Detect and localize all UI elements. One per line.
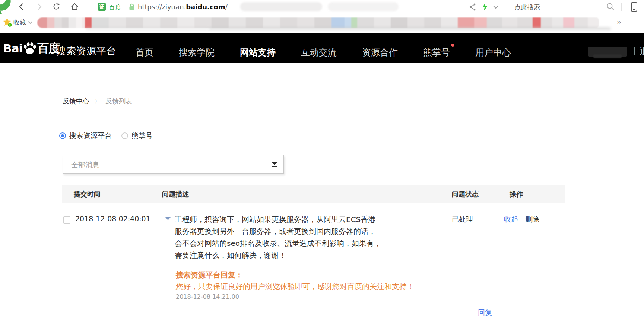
lightning-icon[interactable] (482, 3, 488, 11)
bookmark-item-redacted[interactable] (263, 17, 280, 28)
column-header-操作: 操作 (510, 190, 523, 199)
reply-link[interactable]: 回复 (478, 308, 492, 318)
bookmark-item-redacted[interactable] (487, 17, 502, 28)
forward-icon[interactable] (35, 3, 43, 11)
bookmark-item-redacted[interactable] (391, 17, 407, 28)
nav-item-资源合作[interactable]: 资源合作 (362, 46, 398, 58)
bookmark-item-redacted[interactable] (441, 17, 458, 28)
bookmark-item-redacted[interactable] (314, 17, 331, 28)
nav-item-熊掌号[interactable]: 熊掌号 (423, 46, 450, 58)
bookmark-item-redacted[interactable] (143, 17, 160, 28)
search-input[interactable]: 点此搜索 (515, 3, 540, 12)
bookmark-item-redacted[interactable] (351, 17, 357, 28)
column-header-问题状态: 问题状态 (452, 190, 479, 199)
bookmark-item-redacted[interactable] (85, 17, 92, 28)
nav-item-搜索学院[interactable]: 搜索学院 (179, 46, 215, 58)
bookmark-item-redacted[interactable] (194, 17, 212, 28)
home-icon[interactable] (70, 2, 79, 11)
bookmark-item-redacted[interactable] (331, 17, 345, 28)
blur-smudge (209, 27, 611, 30)
breadcrumb-current: 反馈列表 (105, 97, 132, 106)
radio-selected-icon[interactable] (59, 132, 66, 139)
logout-partial-text[interactable]: 退 (640, 45, 644, 57)
radio-option-搜索资源平台[interactable]: 搜索资源平台 (59, 131, 112, 141)
bookmark-item-redacted[interactable] (552, 17, 563, 28)
bookmark-item-redacted[interactable] (357, 17, 374, 28)
bookmark-item-redacted[interactable] (160, 17, 177, 28)
bookmark-item-redacted[interactable] (533, 17, 541, 28)
bookmarks-overflow-chevron[interactable]: » (617, 18, 621, 26)
refresh-icon[interactable] (53, 3, 61, 11)
site-cert-badge[interactable]: 证 (98, 3, 106, 11)
bookmark-item-redacted[interactable] (517, 17, 533, 28)
collapse-link[interactable]: 收起 (504, 215, 518, 224)
bookmark-item-redacted[interactable] (37, 17, 47, 28)
question-text: 工程师，想咨询下，网站如果更换服务器，从阿里云ECS香港服务器更换到另外一台服务… (175, 214, 398, 261)
radio-option-熊掌号[interactable]: 熊掌号 (121, 131, 153, 141)
bookmark-item-redacted[interactable] (229, 17, 246, 28)
bookmark-item-redacted[interactable] (424, 17, 441, 28)
question-line: 会不会对网站的seo排名及收录、流量造成不利影响，如果有， (175, 237, 398, 249)
share-icon[interactable] (469, 3, 476, 11)
toolbar-separator (505, 3, 505, 11)
platform-radio-group: 搜索资源平台熊掌号 (59, 131, 153, 141)
address-bar[interactable]: https://ziyuan.baidu.com/ (138, 3, 228, 11)
breadcrumb-separator: 〉 (95, 98, 100, 105)
radio-label: 熊掌号 (131, 131, 153, 141)
message-filter-dropdown[interactable]: 全部消息 (63, 155, 284, 174)
logo-text-latin: Bai (3, 42, 22, 55)
bookmark-item-redacted[interactable] (458, 17, 474, 28)
notification-dot (451, 44, 454, 47)
bookmark-item-redacted[interactable] (212, 17, 229, 28)
url-path: / (225, 3, 228, 11)
favorites-chevron-icon[interactable] (28, 21, 34, 25)
collapse-caret-icon[interactable] (165, 217, 171, 220)
favorites-button[interactable]: 收藏 (13, 18, 26, 27)
bookmark-item-redacted[interactable] (474, 17, 487, 28)
bookmark-item-redacted[interactable] (374, 17, 391, 28)
bookmark-item-redacted[interactable] (297, 17, 314, 28)
reply-divider (175, 266, 565, 266)
bookmark-item-redacted[interactable] (69, 17, 76, 28)
bookmark-item-redacted[interactable] (541, 17, 552, 28)
bookmark-item-redacted[interactable] (62, 17, 69, 28)
lock-icon[interactable] (128, 3, 136, 11)
bookmark-item-redacted[interactable] (574, 17, 588, 28)
url-domain: baidu.com (186, 3, 225, 11)
bookmarks-strip-redacted[interactable] (37, 17, 599, 28)
favorites-star-icon[interactable] (3, 17, 13, 28)
verified-site-name[interactable]: 百度 (109, 3, 121, 12)
bookmark-item-redacted[interactable] (280, 17, 297, 28)
back-icon[interactable] (18, 3, 26, 11)
radio-unselected-icon[interactable] (121, 132, 128, 139)
url-redaction-blur (240, 2, 322, 11)
delete-link[interactable]: 删除 (525, 215, 539, 224)
breadcrumb-root[interactable]: 反馈中心 (63, 97, 89, 106)
platform-title: 搜索资源平台 (56, 45, 117, 58)
bookmark-item-redacted[interactable] (126, 17, 143, 28)
bookmark-item-redacted[interactable] (76, 17, 82, 28)
nav-item-首页[interactable]: 首页 (136, 46, 153, 58)
chevron-down-icon[interactable] (492, 5, 499, 9)
nav-item-用户中心[interactable]: 用户中心 (475, 46, 511, 58)
bookmark-item-redacted[interactable] (345, 17, 351, 28)
bookmark-item-redacted[interactable] (177, 17, 194, 28)
search-icon[interactable] (606, 3, 615, 12)
paw-icon (23, 42, 37, 55)
row-checkbox[interactable] (63, 216, 70, 224)
bookmark-item-redacted[interactable] (588, 17, 599, 28)
nav-item-互动交流[interactable]: 互动交流 (301, 46, 337, 58)
bookmark-item-redacted[interactable] (502, 17, 517, 28)
bookmark-item-redacted[interactable] (82, 17, 85, 28)
phone-icon[interactable] (630, 2, 638, 12)
bookmark-item-redacted[interactable] (246, 17, 263, 28)
bookmark-item-redacted[interactable] (92, 17, 109, 28)
bookmark-item-redacted[interactable] (47, 17, 54, 28)
bookmark-item-redacted[interactable] (563, 17, 574, 28)
bookmark-item-redacted[interactable] (109, 17, 126, 28)
bookmark-item-redacted[interactable] (54, 17, 62, 28)
nav-item-网站支持[interactable]: 网站支持 (240, 46, 276, 58)
bookmark-item-redacted[interactable] (407, 17, 424, 28)
dropdown-caret-icon (272, 162, 277, 167)
toolbar-separator (89, 3, 89, 11)
